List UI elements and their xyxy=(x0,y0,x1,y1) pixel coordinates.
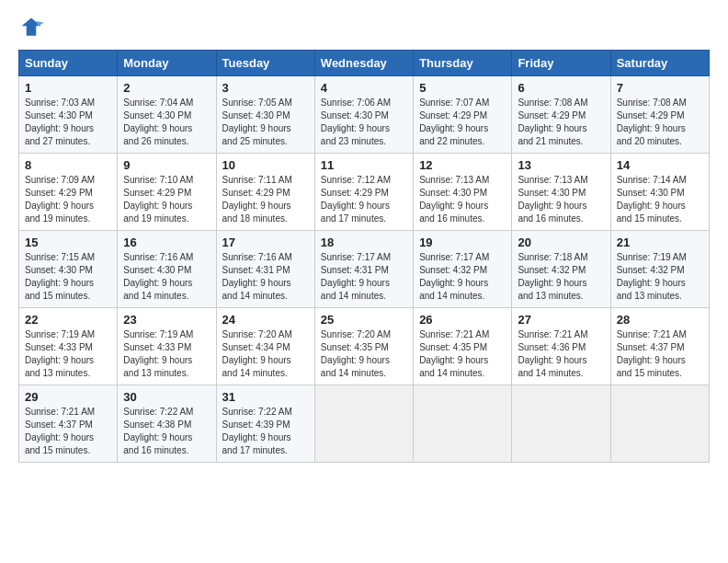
day-info: Sunrise: 7:05 AMSunset: 4:30 PMDaylight:… xyxy=(222,97,309,148)
calendar-cell: 21Sunrise: 7:19 AMSunset: 4:32 PMDayligh… xyxy=(610,231,709,308)
calendar-cell: 22Sunrise: 7:19 AMSunset: 4:33 PMDayligh… xyxy=(19,308,118,385)
day-number: 6 xyxy=(518,81,604,95)
day-number: 12 xyxy=(419,158,506,172)
calendar-cell: 9Sunrise: 7:10 AMSunset: 4:29 PMDaylight… xyxy=(118,154,216,231)
day-info: Sunrise: 7:08 AMSunset: 4:29 PMDaylight:… xyxy=(617,97,703,148)
calendar-cell: 8Sunrise: 7:09 AMSunset: 4:29 PMDaylight… xyxy=(19,154,118,231)
calendar-cell: 28Sunrise: 7:21 AMSunset: 4:37 PMDayligh… xyxy=(610,308,709,385)
calendar-cell: 24Sunrise: 7:20 AMSunset: 4:34 PMDayligh… xyxy=(216,308,314,385)
calendar-cell xyxy=(512,385,610,463)
day-number: 28 xyxy=(617,313,703,327)
day-info: Sunrise: 7:21 AMSunset: 4:36 PMDaylight:… xyxy=(518,328,604,380)
day-info: Sunrise: 7:03 AMSunset: 4:30 PMDaylight:… xyxy=(25,97,111,148)
weekday-header: Saturday xyxy=(610,51,709,76)
day-number: 11 xyxy=(321,158,407,172)
weekday-header: Tuesday xyxy=(216,51,314,76)
logo xyxy=(18,15,48,40)
day-info: Sunrise: 7:18 AMSunset: 4:32 PMDaylight:… xyxy=(518,251,604,303)
day-number: 31 xyxy=(222,390,309,404)
day-number: 14 xyxy=(617,158,703,172)
calendar-cell: 20Sunrise: 7:18 AMSunset: 4:32 PMDayligh… xyxy=(512,231,610,308)
calendar-cell: 1Sunrise: 7:03 AMSunset: 4:30 PMDaylight… xyxy=(19,76,118,154)
weekday-header: Sunday xyxy=(19,51,118,76)
day-number: 19 xyxy=(419,236,506,249)
calendar-cell: 2Sunrise: 7:04 AMSunset: 4:30 PMDaylight… xyxy=(118,76,216,154)
day-info: Sunrise: 7:22 AMSunset: 4:38 PMDaylight:… xyxy=(123,406,210,457)
calendar-cell: 3Sunrise: 7:05 AMSunset: 4:30 PMDaylight… xyxy=(216,76,314,154)
calendar-week-row: 15Sunrise: 7:15 AMSunset: 4:30 PMDayligh… xyxy=(19,231,710,308)
day-number: 8 xyxy=(25,158,111,172)
day-number: 25 xyxy=(321,313,407,327)
weekday-header: Wednesday xyxy=(314,51,413,76)
calendar-week-row: 29Sunrise: 7:21 AMSunset: 4:37 PMDayligh… xyxy=(19,385,710,463)
calendar-cell: 29Sunrise: 7:21 AMSunset: 4:37 PMDayligh… xyxy=(19,385,118,463)
day-number: 20 xyxy=(518,236,604,249)
page-header xyxy=(18,15,710,40)
day-info: Sunrise: 7:11 AMSunset: 4:29 PMDaylight:… xyxy=(222,174,309,225)
calendar-week-row: 1Sunrise: 7:03 AMSunset: 4:30 PMDaylight… xyxy=(19,76,710,154)
day-info: Sunrise: 7:15 AMSunset: 4:30 PMDaylight:… xyxy=(25,251,111,303)
day-number: 17 xyxy=(222,236,309,249)
calendar-cell: 17Sunrise: 7:16 AMSunset: 4:31 PMDayligh… xyxy=(216,231,314,308)
calendar-cell: 16Sunrise: 7:16 AMSunset: 4:30 PMDayligh… xyxy=(118,231,216,308)
day-number: 23 xyxy=(123,313,210,327)
day-info: Sunrise: 7:19 AMSunset: 4:32 PMDaylight:… xyxy=(617,251,703,303)
day-number: 21 xyxy=(617,236,703,249)
day-info: Sunrise: 7:06 AMSunset: 4:30 PMDaylight:… xyxy=(321,97,407,148)
day-number: 24 xyxy=(222,313,309,327)
day-number: 7 xyxy=(617,81,703,95)
calendar-cell: 23Sunrise: 7:19 AMSunset: 4:33 PMDayligh… xyxy=(118,308,216,385)
day-info: Sunrise: 7:04 AMSunset: 4:30 PMDaylight:… xyxy=(123,97,210,148)
day-info: Sunrise: 7:19 AMSunset: 4:33 PMDaylight:… xyxy=(123,328,210,380)
calendar-cell: 7Sunrise: 7:08 AMSunset: 4:29 PMDaylight… xyxy=(610,76,709,154)
calendar-cell xyxy=(414,385,512,463)
day-number: 29 xyxy=(25,390,111,404)
day-number: 22 xyxy=(25,313,111,327)
calendar-cell xyxy=(610,385,709,463)
calendar-cell: 14Sunrise: 7:14 AMSunset: 4:30 PMDayligh… xyxy=(610,154,709,231)
day-info: Sunrise: 7:21 AMSunset: 4:35 PMDaylight:… xyxy=(419,328,506,380)
day-number: 30 xyxy=(123,390,210,404)
calendar-cell: 12Sunrise: 7:13 AMSunset: 4:30 PMDayligh… xyxy=(414,154,512,231)
day-number: 15 xyxy=(25,236,111,249)
day-number: 5 xyxy=(419,81,506,95)
day-info: Sunrise: 7:19 AMSunset: 4:33 PMDaylight:… xyxy=(25,328,111,380)
calendar-table: SundayMondayTuesdayWednesdayThursdayFrid… xyxy=(18,50,710,463)
day-info: Sunrise: 7:08 AMSunset: 4:29 PMDaylight:… xyxy=(518,97,604,148)
day-number: 4 xyxy=(321,81,407,95)
calendar-cell: 10Sunrise: 7:11 AMSunset: 4:29 PMDayligh… xyxy=(216,154,314,231)
calendar-cell: 19Sunrise: 7:17 AMSunset: 4:32 PMDayligh… xyxy=(414,231,512,308)
calendar-cell xyxy=(314,385,413,463)
logo-icon xyxy=(18,15,44,40)
calendar-header-row: SundayMondayTuesdayWednesdayThursdayFrid… xyxy=(19,51,710,76)
calendar-cell: 5Sunrise: 7:07 AMSunset: 4:29 PMDaylight… xyxy=(414,76,512,154)
day-info: Sunrise: 7:16 AMSunset: 4:31 PMDaylight:… xyxy=(222,251,309,303)
day-info: Sunrise: 7:13 AMSunset: 4:30 PMDaylight:… xyxy=(518,174,604,225)
calendar-cell: 4Sunrise: 7:06 AMSunset: 4:30 PMDaylight… xyxy=(314,76,413,154)
day-info: Sunrise: 7:09 AMSunset: 4:29 PMDaylight:… xyxy=(25,174,111,225)
day-info: Sunrise: 7:21 AMSunset: 4:37 PMDaylight:… xyxy=(25,406,111,457)
day-info: Sunrise: 7:20 AMSunset: 4:35 PMDaylight:… xyxy=(321,328,407,380)
day-info: Sunrise: 7:21 AMSunset: 4:37 PMDaylight:… xyxy=(617,328,703,380)
day-info: Sunrise: 7:14 AMSunset: 4:30 PMDaylight:… xyxy=(617,174,703,225)
day-info: Sunrise: 7:17 AMSunset: 4:31 PMDaylight:… xyxy=(321,251,407,303)
day-info: Sunrise: 7:17 AMSunset: 4:32 PMDaylight:… xyxy=(419,251,506,303)
day-info: Sunrise: 7:12 AMSunset: 4:29 PMDaylight:… xyxy=(321,174,407,225)
day-number: 13 xyxy=(518,158,604,172)
day-info: Sunrise: 7:10 AMSunset: 4:29 PMDaylight:… xyxy=(123,174,210,225)
calendar-cell: 13Sunrise: 7:13 AMSunset: 4:30 PMDayligh… xyxy=(512,154,610,231)
calendar-cell: 30Sunrise: 7:22 AMSunset: 4:38 PMDayligh… xyxy=(118,385,216,463)
day-info: Sunrise: 7:20 AMSunset: 4:34 PMDaylight:… xyxy=(222,328,309,380)
day-info: Sunrise: 7:13 AMSunset: 4:30 PMDaylight:… xyxy=(419,174,506,225)
day-number: 10 xyxy=(222,158,309,172)
calendar-cell: 18Sunrise: 7:17 AMSunset: 4:31 PMDayligh… xyxy=(314,231,413,308)
calendar-cell: 11Sunrise: 7:12 AMSunset: 4:29 PMDayligh… xyxy=(314,154,413,231)
day-number: 16 xyxy=(123,236,210,249)
calendar-week-row: 22Sunrise: 7:19 AMSunset: 4:33 PMDayligh… xyxy=(19,308,710,385)
day-info: Sunrise: 7:22 AMSunset: 4:39 PMDaylight:… xyxy=(222,406,309,457)
day-number: 2 xyxy=(123,81,210,95)
svg-marker-0 xyxy=(22,18,41,36)
day-info: Sunrise: 7:16 AMSunset: 4:30 PMDaylight:… xyxy=(123,251,210,303)
day-number: 18 xyxy=(321,236,407,249)
day-number: 3 xyxy=(222,81,309,95)
